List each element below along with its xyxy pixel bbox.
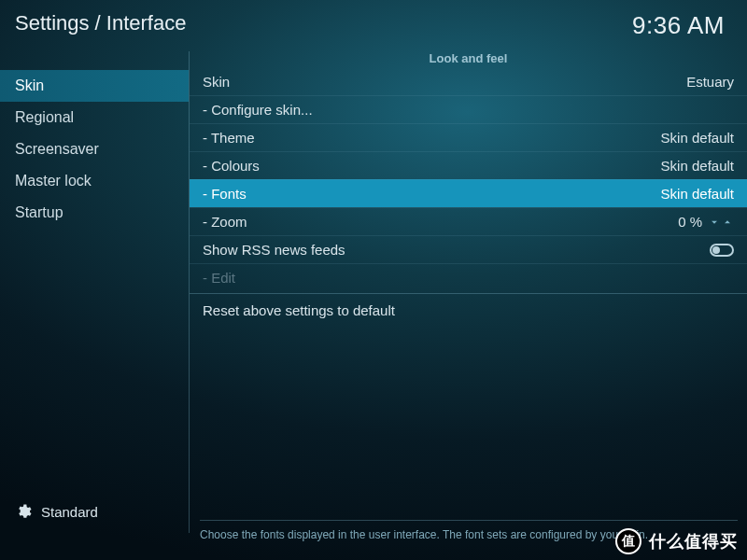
- row-label: Skin: [203, 74, 230, 90]
- row-label: - Configure skin...: [203, 102, 313, 118]
- sidebar-item-screensaver[interactable]: Screensaver: [0, 133, 189, 165]
- toggle-switch[interactable]: [710, 244, 734, 257]
- row-value: [710, 244, 734, 257]
- row-reset[interactable]: Reset above settings to default: [190, 296, 747, 324]
- chevron-down-icon: [708, 216, 721, 229]
- row-value-text: 0 %: [678, 214, 702, 230]
- row-label: Reset above settings to default: [203, 302, 395, 318]
- settings-level-button[interactable]: Standard: [0, 490, 189, 533]
- main-layout: Skin Regional Screensaver Master lock St…: [0, 48, 747, 533]
- spinner-arrows[interactable]: [708, 216, 734, 229]
- watermark-text: 什么值得买: [649, 530, 738, 553]
- gear-icon: [15, 503, 32, 520]
- sidebar-item-startup[interactable]: Startup: [0, 197, 189, 229]
- row-value: Estuary: [686, 74, 734, 90]
- sidebar-item-skin[interactable]: Skin: [0, 70, 189, 102]
- row-rss[interactable]: Show RSS news feeds: [190, 235, 747, 263]
- row-label: - Zoom: [203, 214, 247, 230]
- row-value: Skin default: [661, 130, 734, 146]
- chevron-up-icon: [721, 216, 734, 229]
- settings-rows: Skin Estuary - Configure skin... - Theme…: [190, 67, 747, 291]
- row-colours[interactable]: - Colours Skin default: [190, 151, 747, 179]
- row-edit: - Edit: [190, 263, 747, 291]
- sidebar-item-label: Master lock: [15, 173, 92, 189]
- row-label: Show RSS news feeds: [203, 242, 345, 258]
- row-zoom[interactable]: - Zoom 0 %: [190, 207, 747, 235]
- sidebar: Skin Regional Screensaver Master lock St…: [0, 48, 189, 533]
- row-label: - Edit: [203, 270, 235, 286]
- sidebar-item-label: Skin: [15, 77, 44, 93]
- sidebar-item-label: Screensaver: [15, 141, 99, 157]
- row-skin[interactable]: Skin Estuary: [190, 67, 747, 95]
- settings-level-label: Standard: [41, 504, 98, 520]
- watermark-badge: 值: [615, 528, 641, 554]
- row-theme[interactable]: - Theme Skin default: [190, 123, 747, 151]
- row-configure-skin[interactable]: - Configure skin...: [190, 95, 747, 123]
- sidebar-items: Skin Regional Screensaver Master lock St…: [0, 70, 189, 490]
- sidebar-item-master-lock[interactable]: Master lock: [0, 165, 189, 197]
- content-panel: Look and feel Skin Estuary - Configure s…: [190, 48, 747, 533]
- section-separator: [190, 293, 747, 294]
- clock: 9:36 AM: [632, 11, 725, 40]
- breadcrumb: Settings / Interface: [15, 11, 186, 35]
- row-value: Skin default: [661, 186, 734, 202]
- row-fonts[interactable]: - Fonts Skin default: [190, 179, 747, 207]
- header: Settings / Interface 9:36 AM: [0, 0, 747, 48]
- section-title: Look and feel: [190, 48, 747, 67]
- row-value: 0 %: [678, 214, 734, 230]
- sidebar-item-label: Startup: [15, 204, 63, 220]
- row-label: - Colours: [203, 158, 260, 174]
- sidebar-item-regional[interactable]: Regional: [0, 102, 189, 133]
- row-label: - Fonts: [203, 186, 247, 202]
- row-label: - Theme: [203, 130, 255, 146]
- row-value: Skin default: [661, 158, 734, 174]
- watermark: 值 什么值得买: [615, 528, 738, 554]
- sidebar-item-label: Regional: [15, 109, 74, 125]
